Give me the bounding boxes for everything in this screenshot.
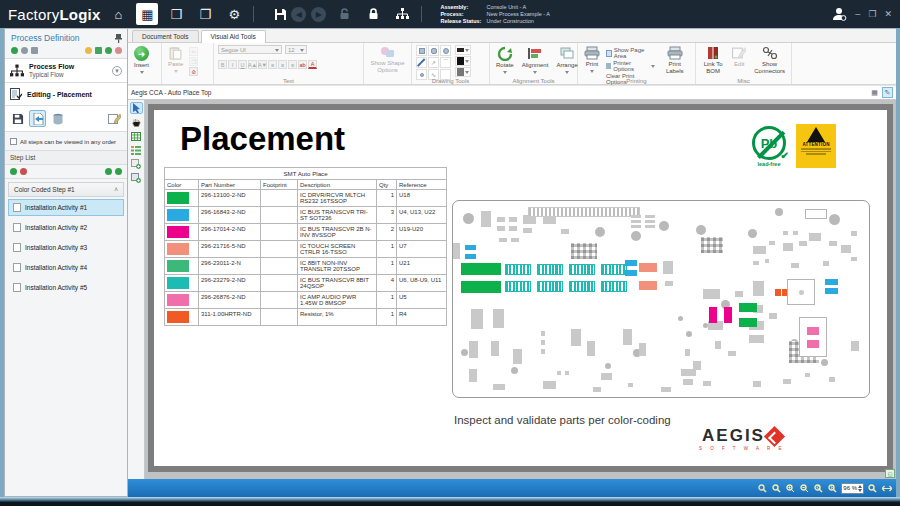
edit-notes-button[interactable] — [106, 110, 123, 127]
zoom-window-icon[interactable] — [867, 483, 878, 494]
user-icon[interactable] — [831, 7, 847, 21]
hand-tool-icon[interactable] — [21, 47, 28, 54]
delete-icon[interactable]: ⊘ — [189, 67, 198, 76]
font-family-select[interactable]: Segoe UI — [218, 45, 282, 54]
add-step-icon[interactable] — [10, 168, 17, 175]
fit-page-button[interactable]: ◱ — [885, 469, 895, 478]
thumbnail-view-icon[interactable]: ▦ — [869, 87, 880, 98]
table-tool[interactable] — [130, 130, 143, 142]
bold-button[interactable]: B — [218, 60, 227, 69]
printer-options-button[interactable]: Printer Options — [606, 60, 655, 72]
grow-font-button[interactable]: A▲ — [248, 60, 257, 69]
fit-width-icon[interactable] — [881, 483, 892, 494]
move-down-icon[interactable] — [115, 168, 122, 175]
arrow-tool[interactable]: ↗ — [428, 57, 439, 68]
settings-gear-icon[interactable]: ⚙ — [223, 3, 245, 25]
arc-tool[interactable]: ⌒ — [440, 57, 451, 68]
copy-icon[interactable]: ❐ — [189, 57, 198, 66]
collapse-icon[interactable]: ˄ — [114, 186, 118, 193]
zoom-lock-icon[interactable] — [757, 483, 768, 494]
delete-document-button[interactable] — [49, 110, 66, 127]
pan-tool[interactable] — [130, 116, 143, 128]
lock-icon[interactable] — [362, 3, 384, 25]
line-tool[interactable] — [416, 57, 427, 68]
remove-step-icon[interactable] — [20, 168, 27, 175]
restore-button[interactable]: ❐ — [868, 9, 876, 19]
zoom-step-up[interactable] — [858, 485, 862, 488]
edit-mode-icon[interactable]: ✎ — [882, 87, 893, 98]
show-shape-options-button[interactable]: Show Shape Options — [368, 45, 407, 74]
rounded-rect-tool[interactable] — [428, 45, 439, 56]
select-tool[interactable] — [130, 102, 143, 114]
align-left-button[interactable]: ≡ — [268, 60, 277, 69]
zoom-select-icon[interactable] — [771, 483, 782, 494]
materials-icon[interactable]: ❒ — [165, 3, 187, 25]
alignment-button[interactable]: Alignment — [520, 45, 551, 75]
rectangle-tool[interactable] — [416, 45, 427, 56]
zoom-next-icon[interactable] — [827, 483, 838, 494]
line-width-button[interactable] — [455, 45, 471, 55]
document-canvas[interactable]: Placement Pb lead-free ATTENTION SMT Aut… — [145, 100, 896, 479]
step-group-header[interactable]: Color Coded Step #1 ˄ — [8, 182, 124, 197]
undo-icon[interactable]: ◀ — [291, 7, 306, 22]
activity-item[interactable]: Installation Activity #5 — [8, 279, 124, 296]
activity-item[interactable]: Installation Activity #1 — [8, 199, 124, 216]
process-editor-icon[interactable]: ▦ — [136, 3, 158, 25]
link-to-bom-button[interactable]: Link To BOM — [700, 45, 726, 75]
zoom-step-down[interactable] — [858, 489, 862, 492]
save-icon[interactable] — [269, 3, 291, 25]
move-up-icon[interactable] — [105, 168, 112, 175]
print-labels-button[interactable]: Print Labels — [659, 45, 691, 75]
close-button[interactable]: ✕ — [884, 9, 892, 19]
process-flow-card[interactable]: Process Flow Typical Flow ▼ — [5, 59, 127, 83]
underline-button[interactable]: U — [238, 60, 247, 69]
save-step-button[interactable] — [9, 110, 26, 127]
font-color-button[interactable]: A — [308, 60, 317, 69]
flow-tree-icon[interactable] — [391, 3, 413, 25]
add-document-button[interactable] — [29, 110, 46, 127]
go-icon[interactable] — [105, 47, 112, 54]
minimize-button[interactable]: – — [855, 9, 860, 19]
star-icon[interactable] — [85, 47, 92, 54]
stop-icon[interactable] — [115, 47, 122, 54]
unlock-icon[interactable] — [333, 3, 355, 25]
flag-icon[interactable] — [95, 47, 102, 54]
zoom-prev-icon[interactable] — [813, 483, 824, 494]
shrink-font-button[interactable]: A▼ — [258, 60, 267, 69]
expand-icon[interactable]: ▼ — [112, 66, 122, 76]
ellipse-tool[interactable] — [440, 45, 451, 56]
font-size-select[interactable]: 12 — [285, 45, 307, 54]
page[interactable]: Placement Pb lead-free ATTENTION SMT Aut… — [154, 110, 887, 466]
any-order-checkbox[interactable] — [10, 138, 17, 145]
print-flow-icon[interactable] — [31, 47, 38, 54]
tab-visual-aid-tools[interactable]: Visual Aid Tools — [201, 30, 266, 43]
favorite-icon[interactable] — [75, 47, 82, 54]
show-connectors-button[interactable]: Show Connectors — [752, 45, 787, 75]
add-table-tool[interactable] — [130, 158, 143, 170]
line-color-button[interactable] — [455, 56, 471, 66]
paste-button[interactable]: Paste — [166, 45, 185, 74]
zoom-out-icon[interactable] — [799, 483, 810, 494]
edit-button[interactable]: Edit — [730, 45, 748, 69]
align-center-button[interactable]: ≡ — [278, 60, 287, 69]
activity-item[interactable]: Installation Activity #4 — [8, 259, 124, 276]
zoom-level-stepper[interactable]: 96 % — [841, 483, 864, 494]
redo-icon[interactable]: ▶ — [311, 7, 326, 22]
print-button[interactable]: Print — [582, 45, 602, 74]
align-right-button[interactable]: ≡ — [288, 60, 297, 69]
show-page-area-button[interactable]: Show Page Area — [606, 47, 655, 59]
arrange-button[interactable]: Arrange — [554, 45, 579, 75]
add-icon[interactable] — [11, 47, 18, 54]
italic-button[interactable]: I — [228, 60, 237, 69]
pin-icon[interactable] — [115, 34, 122, 43]
rotate-button[interactable]: Rotate — [494, 45, 516, 75]
home-icon[interactable]: ⌂ — [107, 3, 129, 25]
insert-button[interactable]: ➜ Insert — [132, 45, 151, 75]
activity-item[interactable]: Installation Activity #3 — [8, 239, 124, 256]
cut-icon[interactable]: ✂ — [189, 47, 198, 56]
list-tool[interactable] — [130, 144, 143, 156]
windows-icon[interactable]: ❐ — [194, 3, 216, 25]
zoom-in-icon[interactable] — [785, 483, 796, 494]
tab-document-tools[interactable]: Document Tools — [132, 30, 199, 42]
add-item-tool[interactable] — [130, 172, 143, 184]
